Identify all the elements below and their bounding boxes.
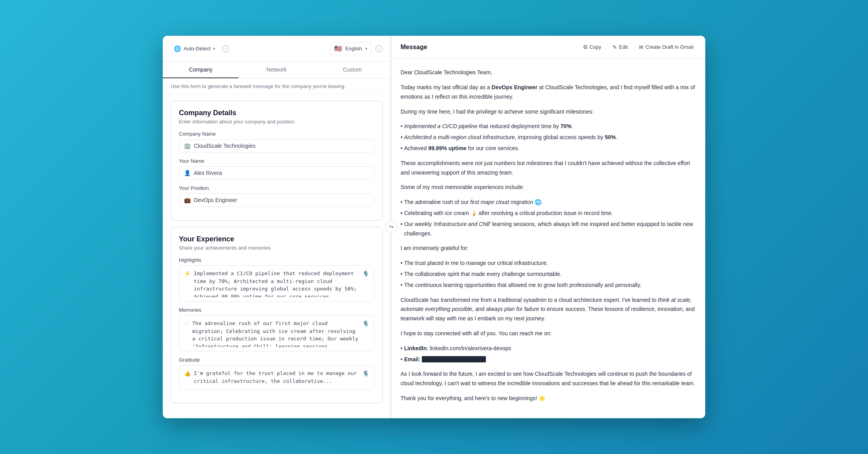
bullet-item-2: • Architected a multi-region cloud infra… bbox=[401, 133, 696, 142]
your-position-input-wrapper: 💼 bbox=[179, 193, 374, 207]
edit-label: Edit bbox=[619, 44, 628, 50]
form-scroll: Company Details Enter information about … bbox=[163, 94, 390, 418]
flag-icon: 🇺🇸 bbox=[334, 45, 342, 52]
create-draft-button[interactable]: ✉ Create Draft in Gmail bbox=[636, 42, 696, 52]
gratitude-label: Gratitude bbox=[179, 357, 374, 363]
email-item: • Email: ████████████████ bbox=[401, 355, 696, 364]
person-icon: 👤 bbox=[184, 170, 191, 176]
panel-divider bbox=[391, 36, 391, 418]
highlights-textarea-wrapper: ⚡ Implemented a CI/CD pipeline that redu… bbox=[179, 265, 374, 301]
info-icon-right[interactable]: i bbox=[375, 45, 383, 52]
experience-title: Your Experience bbox=[179, 235, 374, 243]
your-position-label: Your Position bbox=[179, 185, 374, 191]
bullet-dot-2: • bbox=[401, 133, 403, 142]
language-label: English bbox=[345, 46, 362, 51]
gratitude-field-group: Gratitude 👍 I'm grateful for the trust p… bbox=[179, 357, 374, 390]
your-name-field-group: Your Name 👤 bbox=[179, 158, 374, 180]
grat-item-2: • The collaborative spirit that made eve… bbox=[401, 270, 696, 279]
company-name-field-group: Company Name 🏢 bbox=[179, 131, 374, 153]
globe-icon: 🌐 bbox=[174, 45, 181, 52]
memory-text-3: Our weekly 'Infrastructure and Chill' le… bbox=[404, 220, 696, 239]
para9: Thank you for everything, and here's to … bbox=[401, 394, 696, 403]
bullet-item-3: • Achieved 99.99% uptime for our core se… bbox=[401, 144, 696, 153]
gratitude-textarea[interactable]: I'm grateful for the trust placed in me … bbox=[194, 369, 359, 385]
tab-custom[interactable]: Custom bbox=[314, 62, 390, 78]
memories-label: Memories bbox=[179, 307, 374, 313]
memory-text-1: The adrenaline rush of our first major c… bbox=[404, 198, 543, 207]
memories-field-group: Memories ♡ The adrenaline rush of our fi… bbox=[179, 307, 374, 351]
edit-icon: ✎ bbox=[612, 44, 617, 50]
company-name-label: Company Name bbox=[179, 131, 374, 137]
header-right: 🇺🇸 English ▾ i bbox=[330, 42, 383, 55]
auto-detect-label: Auto-Detect bbox=[184, 46, 211, 51]
copy-label: Copy bbox=[589, 44, 601, 50]
memory-item-1: • The adrenaline rush of our first major… bbox=[401, 198, 696, 207]
thumbsup-icon: 👍 bbox=[184, 370, 191, 385]
your-name-input[interactable] bbox=[194, 170, 369, 176]
email-text: Email: ████████████████ bbox=[404, 355, 486, 364]
grat-dot-1: • bbox=[401, 259, 403, 268]
briefcase-icon: 💼 bbox=[184, 197, 191, 203]
mail-icon: ✉ bbox=[639, 44, 644, 50]
greeting: Dear CloudScale Technologies Team, bbox=[401, 68, 696, 77]
edit-button[interactable]: ✎ Edit bbox=[610, 42, 630, 52]
highlights-icon: ⚡ bbox=[184, 270, 191, 297]
tab-company[interactable]: Company bbox=[163, 62, 239, 78]
your-name-label: Your Name bbox=[179, 158, 374, 164]
memories-textarea-wrapper: ♡ The adrenaline rush of our first major… bbox=[179, 315, 374, 351]
company-details-subtitle: Enter information about your company and… bbox=[179, 119, 374, 125]
message-actions: ⧉ Copy ✎ Edit ✉ Create Draft in Gmail bbox=[581, 42, 696, 52]
memory-dot-3: • bbox=[401, 220, 403, 239]
message-title: Message bbox=[401, 44, 427, 51]
your-experience-section: Your Experience Share your achievements … bbox=[171, 227, 383, 403]
company-name-input[interactable] bbox=[194, 143, 369, 149]
tab-bar: Company Network Custom bbox=[163, 62, 390, 79]
memories-list: • The adrenaline rush of our first major… bbox=[401, 198, 696, 238]
tab-network[interactable]: Network bbox=[239, 62, 314, 78]
mic-icon-memories[interactable]: 🎙️ bbox=[362, 320, 369, 347]
chevron-down-icon: ▾ bbox=[213, 46, 215, 51]
memory-dot-2: • bbox=[401, 209, 403, 218]
right-panel: Message ⧉ Copy ✎ Edit ✉ Create Draft in … bbox=[391, 36, 705, 418]
grat-item-3: • The continuous learning opportunities … bbox=[401, 281, 696, 290]
mic-icon-gratitude[interactable]: 🎙️ bbox=[362, 370, 369, 385]
copy-button[interactable]: ⧉ Copy bbox=[581, 42, 603, 52]
mic-icon-highlights[interactable]: 🎙️ bbox=[362, 270, 369, 297]
memory-item-2: • Celebrating with ice cream 🍦 after res… bbox=[401, 209, 696, 218]
your-position-field-group: Your Position 💼 bbox=[179, 185, 374, 207]
bullet-text-2: Architected a multi-region cloud infrast… bbox=[404, 133, 617, 142]
linkedin-dot: • bbox=[401, 344, 403, 353]
grat-text-2: The collaborative spirit that made every… bbox=[404, 270, 562, 279]
milestones-list: • Implemented a CI/CD pipeline that redu… bbox=[401, 122, 696, 153]
message-body: Dear CloudScale Technologies Team, Today… bbox=[391, 59, 705, 418]
left-header: 🌐 Auto-Detect ▾ i 🇺🇸 English ▾ i bbox=[163, 36, 390, 62]
bullet-dot-1: • bbox=[401, 122, 403, 131]
your-position-input[interactable] bbox=[194, 197, 369, 203]
highlights-field-group: Highlights ⚡ Implemented a CI/CD pipelin… bbox=[179, 257, 374, 301]
para5-intro: I am immensely grateful for: bbox=[401, 244, 696, 253]
message-header: Message ⧉ Copy ✎ Edit ✉ Create Draft in … bbox=[391, 36, 705, 59]
form-hint: Use this form to generate a farewell mes… bbox=[163, 79, 390, 94]
highlights-textarea[interactable]: Implemented a CI/CD pipeline that reduce… bbox=[194, 270, 359, 297]
grat-text-1: The trust placed in me to manage our cri… bbox=[404, 259, 548, 268]
para8: As I look forward to the future, I am ex… bbox=[401, 369, 696, 388]
gratitude-textarea-wrapper: 👍 I'm grateful for the trust placed in m… bbox=[179, 365, 374, 390]
bullet-text-1: Implemented a CI/CD pipeline that reduce… bbox=[404, 122, 573, 131]
company-details-title: Company Details bbox=[179, 109, 374, 117]
language-selector[interactable]: 🇺🇸 English ▾ bbox=[330, 42, 371, 55]
heart-icon: ♡ bbox=[184, 320, 189, 347]
create-draft-label: Create Draft in Gmail bbox=[645, 44, 693, 50]
email-dot: • bbox=[401, 355, 403, 364]
memory-dot-1: • bbox=[401, 198, 403, 207]
para4-intro: Some of my most memorable experiences in… bbox=[401, 183, 696, 192]
highlights-label: Highlights bbox=[179, 257, 374, 263]
memories-textarea[interactable]: The adrenaline rush of our first major c… bbox=[192, 320, 359, 347]
info-icon-left[interactable]: i bbox=[222, 45, 229, 52]
building-icon: 🏢 bbox=[184, 143, 191, 149]
auto-detect-button[interactable]: 🌐 Auto-Detect ▾ bbox=[171, 44, 218, 54]
para3: These accomplishments were not just numb… bbox=[401, 159, 696, 178]
gratitude-list: • The trust placed in me to manage our c… bbox=[401, 259, 696, 290]
grat-item-1: • The trust placed in me to manage our c… bbox=[401, 259, 696, 268]
your-name-input-wrapper: 👤 bbox=[179, 166, 374, 180]
linkedin-text: LinkedIn: linkedin.com/in/alexrivera-dev… bbox=[404, 344, 511, 353]
